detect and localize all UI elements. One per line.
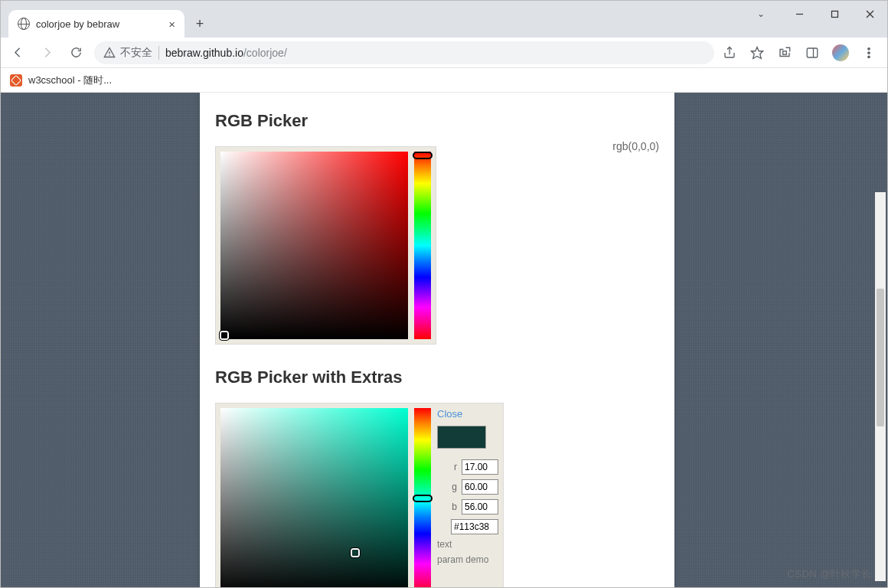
- hue-slider-extras[interactable]: [414, 408, 431, 587]
- rgb-readout: rgb(0,0,0): [612, 140, 659, 152]
- insecure-label: 不安全: [120, 46, 152, 60]
- url-text: bebraw.github.io/colorjoe/: [165, 47, 287, 59]
- omnibox-separator: [158, 46, 159, 60]
- close-window-button[interactable]: [852, 1, 887, 27]
- r-input[interactable]: [462, 459, 498, 475]
- insecure-badge: 不安全: [103, 46, 152, 60]
- heading-rgb-picker-extras: RGB Picker with Extras: [215, 368, 659, 387]
- text-link[interactable]: text: [437, 539, 498, 550]
- r-label: r: [449, 462, 457, 472]
- tab-title: colorjoe by bebraw: [36, 18, 162, 30]
- page-card: RGB Picker rgb(0,0,0) RGB Picker with Ex…: [200, 93, 674, 587]
- b-input[interactable]: [462, 499, 498, 514]
- sv-area[interactable]: [220, 152, 408, 339]
- sv-cursor-extras[interactable]: [351, 548, 360, 557]
- bookmark-favicon: [10, 74, 22, 87]
- svg-marker-7: [752, 47, 763, 58]
- rgb-picker: [215, 146, 436, 345]
- svg-point-5: [109, 55, 109, 56]
- g-input[interactable]: [462, 479, 498, 495]
- hue-slider[interactable]: [414, 152, 431, 339]
- watermark: CSDN @叶秋学长: [787, 567, 872, 581]
- svg-point-11: [868, 47, 870, 49]
- tabs-caret-icon[interactable]: ⌄: [757, 8, 765, 19]
- minimize-button[interactable]: [782, 1, 817, 27]
- share-icon[interactable]: [722, 45, 737, 60]
- browser-window: colorjoe by bebraw × + ⌄ 不安全 bebraw.gith…: [0, 0, 888, 588]
- maximize-button[interactable]: [817, 1, 852, 27]
- hue-thumb[interactable]: [413, 152, 433, 159]
- sv-cursor[interactable]: [220, 331, 229, 340]
- hex-input[interactable]: [451, 519, 498, 534]
- b-label: b: [449, 501, 457, 512]
- toolbar-actions: [722, 44, 881, 61]
- side-panel-icon[interactable]: [805, 45, 820, 60]
- g-label: g: [449, 482, 457, 492]
- svg-rect-8: [783, 51, 787, 54]
- forward-button[interactable]: [36, 42, 57, 64]
- bookmark-star-icon[interactable]: [749, 45, 765, 60]
- sv-area-extras[interactable]: [220, 408, 408, 587]
- heading-rgb-picker: RGB Picker: [215, 111, 659, 131]
- hue-thumb-extras[interactable]: [413, 495, 433, 502]
- new-tab-button[interactable]: +: [189, 13, 211, 34]
- titlebar: colorjoe by bebraw × + ⌄: [1, 1, 887, 38]
- param-demo-link[interactable]: param demo: [437, 554, 498, 565]
- profile-avatar[interactable]: [832, 44, 849, 61]
- reload-button[interactable]: [65, 42, 87, 64]
- scrollbar-thumb[interactable]: [877, 289, 884, 426]
- bookmarks-bar: w3cschool - 随时...: [1, 68, 887, 93]
- browser-tab[interactable]: colorjoe by bebraw ×: [8, 10, 184, 38]
- extras-panel: Close r g b text param demo: [437, 408, 498, 587]
- svg-point-12: [868, 51, 870, 53]
- extensions-icon[interactable]: [777, 45, 792, 60]
- close-tab-icon[interactable]: ×: [168, 18, 175, 31]
- svg-rect-9: [807, 48, 818, 57]
- content-area: RGB Picker rgb(0,0,0) RGB Picker with Ex…: [1, 93, 887, 587]
- bookmark-item[interactable]: w3cschool - 随时...: [28, 74, 112, 87]
- kebab-menu-icon[interactable]: [861, 45, 877, 60]
- globe-icon: [18, 18, 30, 30]
- scrollbar-track[interactable]: [875, 192, 886, 581]
- current-color-swatch: [437, 426, 486, 449]
- back-button[interactable]: [7, 42, 28, 64]
- svg-rect-1: [831, 11, 837, 17]
- window-controls: [782, 1, 887, 27]
- toolbar: 不安全 bebraw.github.io/colorjoe/: [1, 38, 887, 68]
- svg-point-13: [868, 56, 870, 57]
- close-link[interactable]: Close: [437, 408, 498, 420]
- rgb-picker-extras: Close r g b text param demo: [215, 403, 504, 587]
- address-bar[interactable]: 不安全 bebraw.github.io/colorjoe/: [94, 41, 714, 64]
